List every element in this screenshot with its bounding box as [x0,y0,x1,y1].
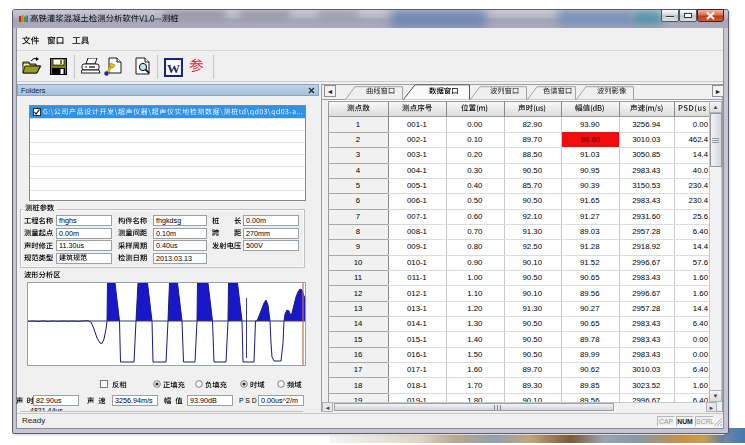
svg-text:W: W [167,61,180,76]
